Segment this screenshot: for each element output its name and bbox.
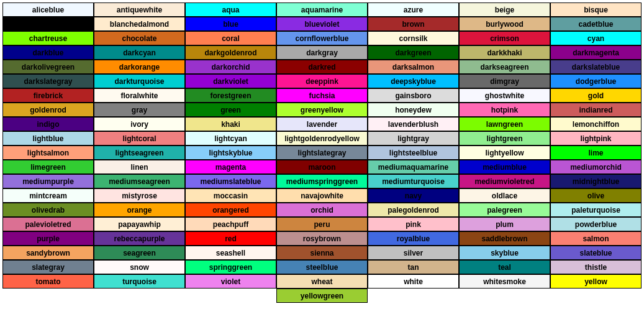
color-swatch-yellow: yellow [550, 274, 642, 289]
color-swatch-label: midnightblue [573, 177, 619, 186]
color-swatch-peru: peru [276, 217, 368, 231]
color-swatch-label: mistyrose [122, 192, 157, 200]
color-swatch-palegreen: palegreen [459, 203, 550, 217]
color-swatch-aquamarine: aquamarine [276, 2, 368, 17]
color-swatch-label: slategray [32, 263, 65, 272]
color-swatch-label: rosybrown [303, 234, 341, 243]
color-swatch-label: beige [495, 6, 514, 14]
color-swatch-label: mediumblue [483, 163, 527, 172]
color-swatch-grid: aliceblueantiquewhiteaquaaquamarineazure… [2, 2, 642, 303]
color-swatch-darkseagreen: darkseagreen [459, 60, 550, 74]
color-swatch-label: mediumorchid [570, 163, 622, 172]
color-swatch-label: brown [402, 20, 425, 29]
color-swatch-gold: gold [550, 88, 642, 103]
color-swatch-label: wheat [311, 277, 332, 286]
color-swatch-label: darkturquoise [114, 77, 164, 86]
color-swatch-mediumvioletred: mediumvioletred [459, 174, 550, 188]
color-swatch-crimson: crimson [459, 31, 550, 45]
color-swatch-tan: tan [368, 260, 459, 274]
color-swatch-fuchsia: fuchsia [276, 88, 368, 103]
color-swatch-label: lightseagreen [115, 149, 163, 157]
color-swatch-label: rebeccapurple [114, 234, 165, 243]
color-swatch-springgreen: springgreen [185, 260, 276, 274]
color-swatch-purple: purple [2, 231, 94, 246]
color-swatch-seashell: seashell [185, 246, 276, 260]
color-swatch-ghostwhite: ghostwhite [459, 88, 550, 103]
color-swatch-label: darkorange [119, 63, 160, 72]
color-swatch-label: hotpink [491, 106, 518, 114]
color-swatch-goldenrod: goldenrod [2, 103, 94, 117]
color-swatch-label: mediumslateblue [200, 177, 261, 186]
color-swatch-label: whitesmoke [483, 277, 526, 286]
color-swatch-gray: gray [94, 103, 185, 117]
color-swatch-label: chartreuse [29, 34, 67, 43]
color-swatch-label: gainsboro [395, 91, 431, 100]
color-swatch-lavender: lavender [276, 117, 368, 131]
color-swatch-dodgerblue: dodgerblue [550, 74, 642, 88]
color-swatch-label: salmon [583, 234, 609, 243]
color-swatch-label: purple [37, 234, 60, 243]
color-swatch-honeydew: honeydew [368, 103, 459, 117]
color-swatch-label: darkorchid [211, 63, 250, 72]
color-swatch-burlywood: burlywood [459, 17, 550, 31]
color-swatch-olive: olive [550, 188, 642, 203]
color-swatch-label: red [225, 234, 237, 243]
color-swatch-lightpink: lightpink [550, 131, 642, 146]
color-swatch-papayawhip: papayawhip [94, 217, 185, 231]
color-swatch-darkturquoise: darkturquoise [94, 74, 185, 88]
color-swatch-label: lightgray [397, 134, 429, 143]
color-swatch-label: bisque [584, 6, 608, 14]
color-swatch-label: lemonchiffon [573, 120, 619, 129]
color-swatch-label: lightyellow [485, 149, 524, 157]
color-swatch-label: navajowhite [301, 192, 343, 200]
color-swatch-rebeccapurple: rebeccapurple [94, 231, 185, 246]
color-swatch-label: blueviolet [304, 20, 339, 29]
color-swatch-label: yellow [584, 277, 607, 286]
color-swatch-whitesmoke: whitesmoke [459, 274, 550, 289]
color-swatch-label: firebrick [34, 91, 63, 100]
color-swatch-label: darkviolet [213, 77, 248, 86]
color-swatch-label: orchid [311, 206, 333, 215]
color-swatch-label: white [404, 277, 423, 286]
color-swatch-azure: azure [368, 2, 459, 17]
color-swatch-darkgoldenrod: darkgoldenrod [185, 45, 276, 60]
color-swatch-label: lavenderblush [388, 120, 438, 129]
color-swatch-deepskyblue: deepskyblue [368, 74, 459, 88]
color-swatch-saddlebrown: saddlebrown [459, 231, 550, 246]
color-swatch-label: aliceblue [32, 6, 64, 14]
color-swatch-label: honeydew [395, 106, 432, 114]
color-swatch-lightslategray: lightslategray [276, 146, 368, 160]
color-swatch-mintcream: mintcream [2, 188, 94, 203]
color-swatch-label: darkmagenta [573, 49, 619, 57]
color-swatch-lightseagreen: lightseagreen [94, 146, 185, 160]
color-swatch-blueviolet: blueviolet [276, 17, 368, 31]
color-swatch-linen: linen [94, 160, 185, 174]
color-swatch-label: darkgoldenrod [204, 49, 256, 57]
color-swatch-label: lightgreen [486, 134, 522, 143]
color-swatch-brown: brown [368, 17, 459, 31]
color-swatch-olivedrab: olivedrab [2, 203, 94, 217]
color-swatch-label: lightslategray [297, 149, 346, 157]
color-swatch-label: lavender [307, 120, 337, 129]
color-swatch-deeppink: deeppink [276, 74, 368, 88]
color-swatch-label: mediumpurple [22, 177, 74, 186]
color-swatch-mediumseagreen: mediumseagreen [94, 174, 185, 188]
color-swatch-steelblue: steelblue [276, 260, 368, 274]
color-swatch-darkgreen: darkgreen [368, 45, 459, 60]
color-swatch-label: lightgoldenrodyellow [284, 134, 360, 143]
color-swatch-label: olive [587, 192, 604, 200]
spacer [2, 289, 94, 303]
color-swatch-coral: coral [185, 31, 276, 45]
color-swatch-label: dodgerblue [576, 77, 616, 86]
color-swatch-label: papayawhip [118, 220, 161, 229]
color-swatch-label: cornflowerblue [295, 34, 348, 43]
color-swatch-tomato: tomato [2, 274, 94, 289]
color-swatch-label: skyblue [491, 249, 519, 257]
color-swatch-label: linen [130, 163, 148, 172]
color-swatch-mediumslateblue: mediumslateblue [185, 174, 276, 188]
color-swatch-label: teal [498, 263, 511, 272]
color-swatch-label: lightcyan [214, 134, 247, 143]
color-swatch-turquoise: turquoise [94, 274, 185, 289]
color-swatch-label: seashell [216, 249, 245, 257]
color-swatch-label: peru [314, 220, 330, 229]
